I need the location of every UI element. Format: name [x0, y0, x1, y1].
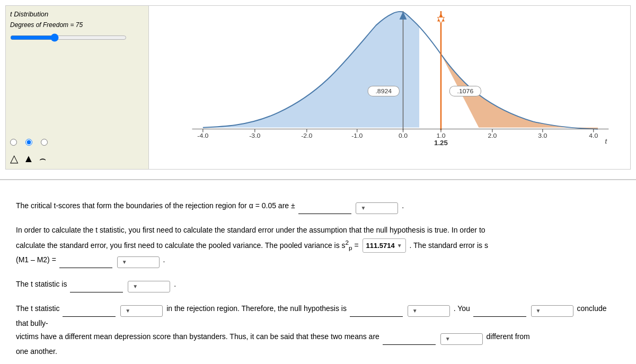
conclusion-text2: in the rejection region. Therefore, the … — [166, 304, 347, 313]
null-hypothesis-dropdown[interactable]: ▼ — [408, 305, 450, 317]
conclusion-text3: . You — [454, 304, 470, 313]
x-label-0: 0.0 — [399, 132, 408, 139]
x-axis-label-t: t — [605, 138, 607, 145]
section-divider — [0, 179, 636, 180]
x-label-1: 1.0 — [436, 132, 445, 139]
bell-curve-icon[interactable]: ⌢ — [39, 153, 46, 165]
se-m1m2-label: (M1 – M2) = — [16, 255, 58, 264]
se-text2: calculate the standard error, you first … — [16, 241, 361, 250]
means-dropdown[interactable]: ▼ — [440, 333, 483, 345]
t-stat-period: . — [174, 280, 176, 288]
chart-title: t Distribution — [10, 10, 144, 18]
paragraph-t-statistic: The t statistic is ▼ . — [16, 278, 620, 292]
df-slider-container[interactable] — [10, 33, 144, 44]
content-area: The critical t-scores that form the boun… — [0, 189, 636, 364]
conclusion-blank4 — [383, 331, 436, 345]
critical-scores-period: . — [402, 201, 404, 210]
conclusion-text7: one another. — [16, 347, 57, 356]
pooled-variance-arrow: ▼ — [397, 241, 402, 251]
left-panel: t Distribution Degrees of Freedom = 75 △ — [6, 6, 149, 169]
paragraph-conclusion: The t statistic ▼ in the rejection regio… — [16, 302, 620, 358]
distribution-svg: .8924 .1076 -4.0 -3.0 -2.0 -1.0 0.0 1.0 … — [154, 11, 625, 148]
radio-group — [10, 139, 144, 146]
conclusion-blank2 — [350, 303, 403, 316]
df-slider[interactable] — [10, 33, 127, 42]
x-label-n4: -4.0 — [197, 132, 209, 139]
paragraph-critical-scores: The critical t-scores that form the boun… — [16, 199, 620, 214]
chart-container: t Distribution Degrees of Freedom = 75 △ — [5, 5, 631, 170]
pooled-variance-value-box[interactable]: 111.5714 ▼ — [363, 238, 406, 253]
critical-score-arrow: ▼ — [360, 203, 366, 213]
se-text1: In order to calculate the t statistic, y… — [16, 226, 485, 234]
x-label-n3: -3.0 — [249, 132, 261, 139]
conclusion-blank1 — [63, 303, 116, 316]
x-label-4: 4.0 — [589, 132, 598, 139]
triangle-small-icon[interactable]: △ — [10, 152, 18, 165]
x-label-2: 2.0 — [488, 132, 497, 139]
se-blank — [59, 254, 112, 268]
radio-right-input[interactable] — [41, 139, 48, 146]
conclusion-blank3 — [473, 303, 526, 316]
t-stat-arrow: ▼ — [132, 282, 138, 291]
left-annotation-text: .8924 — [375, 87, 392, 95]
chart-plot: .8924 .1076 -4.0 -3.0 -2.0 -1.0 0.0 1.0 … — [149, 6, 630, 169]
dist-icon-row: △ ▲ ⌢ — [10, 152, 144, 165]
se-text3: . The standard error is s — [410, 241, 488, 250]
t-stat-dropdown[interactable]: ▼ — [128, 281, 170, 292]
critical-score-dropdown[interactable]: ▼ — [356, 202, 398, 214]
se-period: . — [163, 255, 165, 264]
rejection-region-dropdown[interactable]: ▼ — [120, 305, 163, 317]
radio-middle-input[interactable] — [25, 139, 32, 146]
paragraph-standard-error: In order to calculate the t statistic, y… — [16, 224, 620, 268]
you-conclude-dropdown[interactable]: ▼ — [531, 305, 573, 317]
t-stat-blank — [70, 278, 123, 292]
you-conclude-arrow: ▼ — [536, 306, 541, 316]
x-label-n1: -1.0 — [351, 132, 363, 139]
subscript-p: p — [349, 244, 352, 251]
degrees-of-freedom-label: Degrees of Freedom = 75 — [10, 21, 144, 29]
t-stat-text: The t statistic is — [16, 280, 67, 288]
conclusion-text6: different from — [487, 332, 530, 341]
right-annotation-text: .1076 — [457, 87, 474, 95]
critical-scores-text: The critical t-scores that form the boun… — [16, 201, 295, 210]
means-arrow: ▼ — [445, 334, 450, 344]
conclusion-text5: victims have a different mean depression… — [16, 332, 379, 341]
se-arrow: ▼ — [122, 258, 127, 267]
radio-left[interactable] — [10, 139, 17, 146]
rejection-region-arrow: ▼ — [125, 306, 130, 316]
t-value-label: 1.25 — [434, 139, 448, 147]
radio-left-input[interactable] — [10, 139, 17, 146]
blue-fill-area — [203, 12, 479, 128]
critical-score-blank — [298, 200, 351, 214]
se-dropdown[interactable]: ▼ — [117, 256, 160, 268]
radio-right[interactable] — [41, 139, 48, 146]
null-hypothesis-arrow: ▼ — [412, 306, 418, 316]
x-label-3: 3.0 — [538, 132, 547, 139]
x-label-n2: -2.0 — [301, 132, 313, 139]
pooled-variance-value: 111.5714 — [366, 239, 395, 252]
conclusion-text1: The t statistic — [16, 304, 59, 313]
radio-middle[interactable] — [25, 139, 32, 146]
triangle-medium-icon[interactable]: ▲ — [23, 153, 34, 165]
